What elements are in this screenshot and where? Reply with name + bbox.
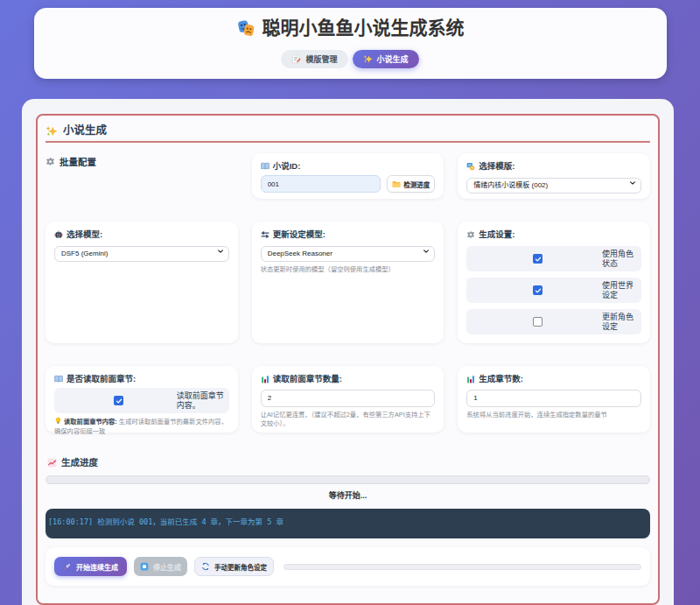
option-label: 读取前面章节内容。 [177, 391, 225, 411]
section-title: 小说生成 [46, 124, 650, 143]
read-count-panel: 读取前面章节数量: 让AI记忆更连贯，（建议不超过2章，有些第三方API支持上下… [252, 366, 444, 433]
rocket-icon [63, 562, 72, 571]
config-grid: 批量配置 小说ID: [46, 153, 650, 433]
update-model-label: 更新设定模型: [261, 229, 436, 240]
generation-settings-panel: 生成设置: 使用角色状态 使用世界 [458, 222, 650, 343]
refresh-icon [201, 562, 210, 571]
masks-icon [236, 18, 256, 38]
template-cards-icon [466, 162, 475, 171]
open-book-icon [261, 162, 270, 171]
read-count-label: 读取前面章节数量: [261, 374, 436, 384]
chapter-count-label: 生成章节数: [466, 374, 641, 384]
page-title: 聪明小鱼鱼小说生成系统 [34, 18, 667, 39]
option-label: 更新角色设定 [602, 313, 637, 332]
chapter-count-input[interactable] [466, 390, 641, 407]
bar-chart-icon [466, 375, 475, 383]
novel-generation-card: 小说生成 批量配置 小说ID: [36, 114, 660, 605]
progress-status: 等待开始... [46, 489, 650, 502]
progress-bar [46, 475, 650, 484]
log-console: [16:00:17] 检测到小说 001，当前已生成 4 章，下一章为第 5 章 [46, 509, 650, 538]
sparkles-icon [46, 125, 58, 137]
batch-config-header: 批量配置 [46, 155, 238, 168]
generation-settings-label: 生成设置: [466, 229, 641, 240]
log-line: [16:00:17] 检测到小说 001，当前已生成 4 章，下一章为第 5 章 [48, 516, 648, 528]
stop-icon [140, 562, 149, 571]
progress-section-header: 生成进度 [47, 456, 650, 469]
gear-icon [466, 230, 475, 239]
bulb-icon [54, 417, 62, 425]
novel-id-input[interactable] [261, 175, 382, 193]
bar-chart-icon [261, 375, 270, 383]
detect-progress-button[interactable]: 检测进度 [387, 175, 435, 193]
chapter-count-panel: 生成章节数: 系统将从当前进度开始，连续生成指定数量的章节 [458, 366, 650, 433]
update-model-select[interactable]: DeepSeek Reasoner [261, 246, 436, 262]
checkbox-update-character-setting[interactable] [533, 317, 542, 327]
chart-up-icon [47, 458, 57, 468]
update-model-hint: 状态更新时使用的模型（留空则使用生成模型） [261, 265, 436, 275]
start-generation-button[interactable]: 开始连续生成 [54, 557, 127, 576]
option-row-update-character-setting[interactable]: 更新角色设定 [466, 309, 641, 334]
novel-id-row: 检测进度 [261, 175, 436, 193]
template-panel: 选择模版: 情绪内核小说模板 (002) [458, 153, 650, 199]
checkbox-read-previous[interactable] [114, 396, 123, 405]
read-count-hint: 让AI记忆更连贯，（建议不超过2章，有些第三方API支持上下文较小）。 [261, 411, 436, 429]
checkbox-use-character-state[interactable] [533, 254, 542, 264]
template-select[interactable]: 情绪内核小说模板 (002) [466, 178, 641, 193]
check-icon [535, 256, 542, 263]
sparkles-icon [363, 54, 373, 64]
update-model-panel: 更新设定模型: DeepSeek Reasoner 状态更新时使用的模型（留空则… [252, 222, 444, 343]
model-select[interactable]: DSF5 (Gemini) [54, 246, 229, 262]
manual-update-button[interactable]: 手动更新角色设定 [194, 557, 274, 576]
stop-generation-button[interactable]: 停止生成 [134, 557, 187, 576]
option-row-use-character-state[interactable]: 使用角色状态 [466, 246, 641, 271]
option-row-read-previous[interactable]: 读取前面章节内容。 [54, 388, 229, 413]
check-icon [116, 397, 122, 405]
option-label: 使用世界设定 [602, 281, 637, 300]
update-model-select-wrap: DeepSeek Reasoner [261, 243, 436, 262]
model-label: 选择模型: [54, 229, 229, 240]
novel-id-panel: 小说ID: 检测进度 [252, 153, 444, 199]
read-previous-hint: 读取前面章节内容: 生成时读取前面章节的最新文件内容，确保内容衔接一致 [54, 417, 229, 436]
check-icon [535, 287, 542, 294]
folder-icon [392, 180, 401, 188]
model-select-wrap: DSF5 (Gemini) [54, 243, 229, 262]
read-previous-panel: 是否读取前面章节: 读取前面章节内容。 读取前面章节内容: 生 [46, 366, 238, 433]
read-count-input[interactable] [261, 390, 436, 407]
main-container: 小说生成 批量配置 小说ID: [22, 99, 674, 605]
chapter-count-hint: 系统将从当前进度开始，连续生成指定数量的章节 [466, 411, 641, 420]
option-label: 使用角色状态 [602, 250, 637, 269]
robot-icon [54, 230, 63, 239]
tab-novel-generation[interactable]: 小说生成 [353, 50, 419, 68]
gear-icon [46, 157, 55, 166]
template-label: 选择模版: [466, 161, 641, 172]
read-previous-label: 是否读取前面章节: [54, 374, 229, 384]
tab-bar: 模版管理 小说生成 [34, 50, 667, 68]
checkbox-use-world-setting[interactable] [533, 285, 542, 295]
memo-icon [291, 54, 301, 64]
refresh-icon [261, 230, 270, 239]
actions-bar: 开始连续生成 停止生成 手动更新角色设定 [46, 547, 650, 586]
tab-template-management[interactable]: 模版管理 [281, 50, 347, 68]
app-header: 聪明小鱼鱼小说生成系统 模版管理 小说生成 [34, 8, 667, 79]
chapter-progress-bar [284, 564, 641, 570]
novel-id-label: 小说ID: [261, 161, 436, 172]
option-row-use-world-setting[interactable]: 使用世界设定 [466, 278, 641, 303]
template-select-wrap: 情绪内核小说模板 (002) [466, 175, 641, 193]
model-panel: 选择模型: DSF5 (Gemini) [46, 222, 238, 343]
open-book-icon [54, 375, 63, 383]
